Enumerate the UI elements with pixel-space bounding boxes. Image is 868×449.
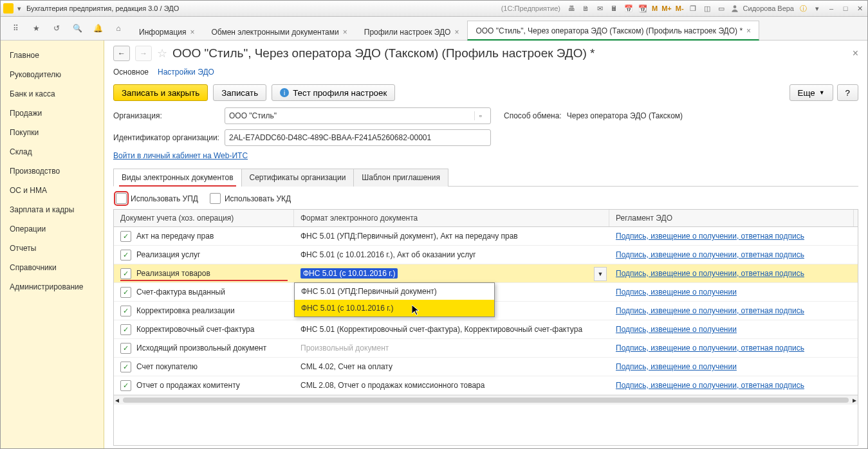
method-value: Через оператора ЭДО (Такском) bbox=[567, 111, 683, 120]
table-row[interactable]: Отчет о продажах комитентуCML 2.08, Отче… bbox=[114, 376, 858, 395]
m-plus-icon[interactable]: M+ bbox=[661, 5, 672, 12]
history-icon[interactable]: ↺ bbox=[47, 19, 66, 38]
horizontal-scrollbar[interactable]: ◂▸ bbox=[114, 395, 858, 405]
row-checkbox[interactable] bbox=[120, 362, 131, 372]
pgtab-docs[interactable]: Виды электронных документов bbox=[113, 169, 242, 187]
sidebar-item-production[interactable]: Производство bbox=[1, 161, 104, 181]
close-icon[interactable]: × bbox=[746, 26, 751, 35]
tab-current-profile[interactable]: ООО "Стиль", Через оператора ЭДО (Такско… bbox=[467, 21, 759, 41]
close-icon[interactable]: × bbox=[190, 28, 194, 37]
table-row[interactable]: Исходящий произвольный документПроизволь… bbox=[114, 339, 858, 358]
nav-back-button[interactable]: ← bbox=[113, 46, 130, 61]
dropdown-option[interactable]: ФНС 5.01 (УПД:Первичный документ) bbox=[295, 283, 494, 300]
calc-icon[interactable]: 🖩 bbox=[609, 3, 620, 14]
test-profile-button[interactable]: iТест профиля настроек bbox=[272, 84, 395, 101]
row-checkbox[interactable] bbox=[120, 268, 131, 279]
regulation-link[interactable]: Подпись, извещение о получении, ответная… bbox=[616, 250, 804, 259]
table-row[interactable]: Реализация услугФНС 5.01 (с 10.01.2016 г… bbox=[114, 246, 858, 264]
regulation-link[interactable]: Подпись, извещение о получении, ответная… bbox=[616, 232, 804, 241]
date-icon[interactable]: 📆 bbox=[638, 3, 648, 14]
tab-info[interactable]: Информация× bbox=[131, 22, 203, 41]
print-icon[interactable]: 🖶 bbox=[567, 3, 577, 14]
maximize-icon[interactable]: □ bbox=[840, 3, 851, 14]
window-icon[interactable]: ◫ bbox=[702, 3, 712, 14]
row-checkbox[interactable] bbox=[120, 231, 131, 242]
row-checkbox[interactable] bbox=[120, 306, 131, 316]
save-close-button[interactable]: Записать и закрыть bbox=[113, 84, 208, 101]
sidebar-item-assets[interactable]: ОС и НМА bbox=[1, 181, 104, 200]
page-close-icon[interactable]: × bbox=[853, 48, 858, 59]
ukd-checkbox[interactable] bbox=[210, 193, 221, 204]
regulation-link[interactable]: Подпись, извещение о получении, ответная… bbox=[616, 344, 804, 353]
home-icon[interactable]: ⌂ bbox=[109, 19, 128, 38]
pgtab-certs[interactable]: Сертификаты организации bbox=[241, 169, 355, 187]
regulation-link[interactable]: Подпись, извещение о получении, ответная… bbox=[616, 381, 804, 390]
search-icon[interactable]: 🔍 bbox=[68, 19, 87, 38]
dropdown-option[interactable]: ФНС 5.01 (с 10.01.2016 г.) bbox=[295, 300, 494, 316]
help-button[interactable]: ? bbox=[837, 84, 858, 101]
app-menu-icon[interactable]: ▾ bbox=[16, 5, 23, 12]
sidebar-item-bank[interactable]: Банк и касса bbox=[1, 84, 104, 104]
row-checkbox[interactable] bbox=[120, 324, 131, 335]
sidebar-item-main[interactable]: Главное bbox=[1, 46, 104, 65]
favorite-star-icon[interactable]: ☆ bbox=[157, 46, 167, 60]
sidebar-item-reports[interactable]: Отчеты bbox=[1, 239, 104, 258]
sidebar-item-payroll[interactable]: Зарплата и кадры bbox=[1, 200, 104, 219]
dropdown-arrow-icon[interactable]: ▼ bbox=[594, 267, 607, 281]
info-icon[interactable]: ⓘ bbox=[798, 3, 808, 14]
more-button[interactable]: Еще▼ bbox=[790, 84, 833, 101]
pgtab-invite[interactable]: Шаблон приглашения bbox=[353, 169, 448, 187]
favorite-icon[interactable]: ★ bbox=[26, 19, 46, 38]
bell-icon[interactable]: 🔔 bbox=[88, 19, 107, 38]
regulation-link[interactable]: Подпись, извещение о получении, ответная… bbox=[616, 306, 804, 315]
sidebar-item-sales[interactable]: Продажи bbox=[1, 104, 104, 123]
close-icon[interactable]: × bbox=[454, 28, 459, 37]
user-name[interactable]: Сидорова Вера bbox=[743, 5, 794, 12]
close-icon[interactable]: × bbox=[343, 28, 347, 37]
apps-icon[interactable]: ⠿ bbox=[6, 19, 25, 38]
doc-icon[interactable]: 🗎 bbox=[581, 3, 591, 14]
table-row[interactable]: Счет покупателюCML 4.02, Счет на оплатуП… bbox=[114, 358, 858, 376]
cabinet-link[interactable]: Войти в личный кабинет на Web-ИТС bbox=[113, 151, 248, 160]
panel-icon[interactable]: ▭ bbox=[716, 3, 726, 14]
table-row[interactable]: Реализация товаровФНС 5.01 (с 10.01.2016… bbox=[114, 264, 858, 283]
m-icon[interactable]: M bbox=[652, 5, 658, 12]
subtab-main[interactable]: Основное bbox=[113, 68, 149, 78]
sidebar-item-warehouse[interactable]: Склад bbox=[1, 142, 104, 161]
doc-name: Счет покупателю bbox=[136, 362, 198, 371]
row-checkbox[interactable] bbox=[120, 250, 131, 261]
subtab-edo[interactable]: Настройки ЭДО bbox=[158, 68, 214, 78]
minimize-icon[interactable]: – bbox=[826, 3, 836, 14]
regulation-link[interactable]: Подпись, извещение о получении, ответная… bbox=[616, 269, 804, 278]
sidebar-item-catalogs[interactable]: Справочники bbox=[1, 258, 104, 277]
regulation-link[interactable]: Подпись, извещение о получении bbox=[616, 325, 737, 334]
regulation-link[interactable]: Подпись, извещение о получении bbox=[616, 362, 737, 371]
id-input[interactable]: 2AL-E7ADDC60-D48C-489C-BBAA-F241A5260682… bbox=[225, 129, 491, 146]
copy-icon[interactable]: ❐ bbox=[688, 3, 698, 14]
sidebar-item-admin[interactable]: Администрирование bbox=[1, 277, 104, 297]
sidebar-item-manager[interactable]: Руководителю bbox=[1, 65, 104, 84]
org-input[interactable]: ООО "Стиль"▫ bbox=[225, 107, 491, 124]
picker-icon[interactable]: ▫ bbox=[474, 111, 486, 120]
col-reg: Регламент ЭДО bbox=[609, 210, 854, 226]
close-window-icon[interactable]: ✕ bbox=[854, 3, 865, 14]
row-checkbox[interactable] bbox=[120, 380, 131, 391]
nav-forward-button[interactable]: → bbox=[135, 46, 152, 61]
upd-checkbox[interactable] bbox=[116, 193, 127, 204]
dropdown-icon[interactable]: ▾ bbox=[812, 3, 822, 14]
calendar-icon[interactable]: 📅 bbox=[623, 3, 634, 14]
table-row[interactable]: Корректировочный счет-фактураФНС 5.01 (К… bbox=[114, 320, 858, 339]
table-row[interactable]: Акт на передачу правФНС 5.01 (УПД:Первич… bbox=[114, 227, 858, 246]
row-checkbox[interactable] bbox=[120, 287, 131, 298]
m-minus-icon[interactable]: M- bbox=[676, 5, 684, 12]
sidebar-item-purchases[interactable]: Покупки bbox=[1, 123, 104, 142]
sidebar-item-operations[interactable]: Операции bbox=[1, 219, 104, 239]
doc-name: Реализация услуг bbox=[136, 250, 200, 259]
save-button[interactable]: Записать bbox=[213, 84, 266, 101]
row-checkbox[interactable] bbox=[120, 343, 131, 354]
tab-exchange[interactable]: Обмен электронными документами× bbox=[203, 22, 356, 41]
regulation-link[interactable]: Подпись, извещение о получении bbox=[616, 288, 737, 297]
id-label: Идентификатор организации: bbox=[113, 133, 219, 142]
send-icon[interactable]: ✉ bbox=[595, 3, 605, 14]
tab-profiles[interactable]: Профили настроек ЭДО× bbox=[356, 22, 468, 41]
